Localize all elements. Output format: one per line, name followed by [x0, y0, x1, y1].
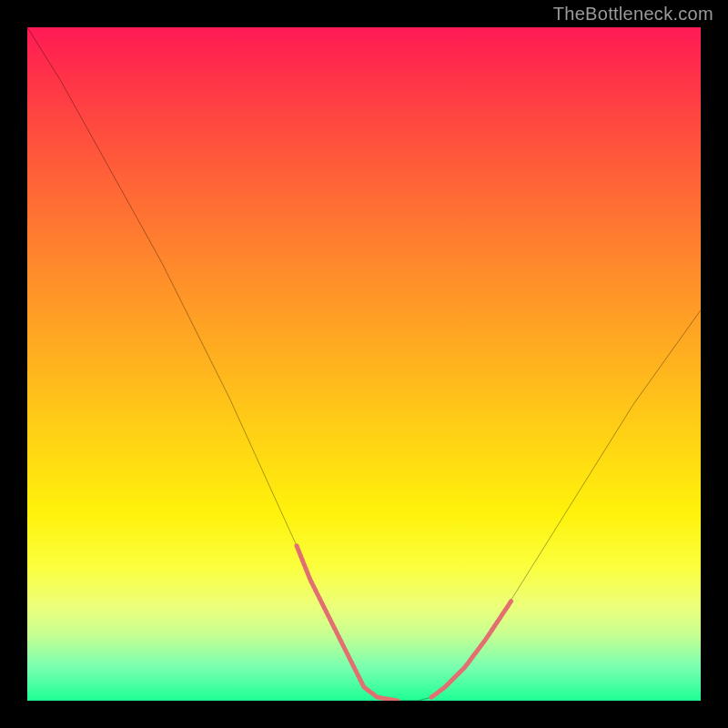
highlight-left-segment	[297, 546, 398, 701]
watermark-label: TheBottleneck.com	[553, 4, 713, 25]
bottleneck-curve	[27, 27, 701, 701]
chart-frame: TheBottleneck.com	[0, 0, 728, 728]
highlight-right-segment	[431, 600, 512, 697]
curve-layer	[27, 27, 701, 701]
plot-area	[27, 27, 701, 701]
